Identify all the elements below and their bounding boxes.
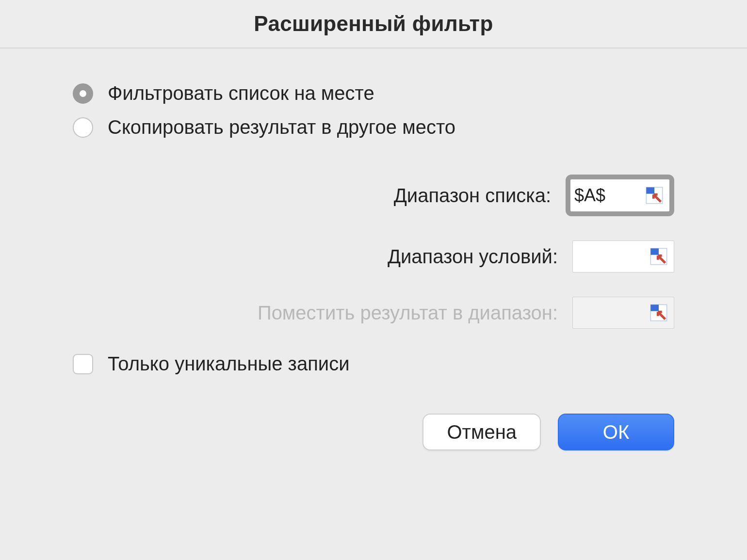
radio-filter-in-place[interactable]: Фильтровать список на месте — [73, 82, 674, 104]
field-row-list-range: Диапазон списка: $A$ — [73, 175, 674, 216]
collapse-range-icon — [645, 186, 664, 205]
svg-rect-3 — [650, 248, 659, 255]
input-copy-to-range — [572, 297, 674, 329]
ok-button[interactable]: ОК — [558, 414, 674, 450]
input-criteria-range[interactable] — [572, 240, 674, 272]
cancel-button[interactable]: Отмена — [422, 414, 541, 450]
action-radio-group: Фильтровать список на месте Скопировать … — [73, 82, 674, 138]
range-picker-button — [647, 301, 671, 325]
dialog-title: Расширенный фильтр — [254, 12, 493, 36]
svg-rect-5 — [650, 304, 659, 311]
radio-label-filter-in-place: Фильтровать список на месте — [108, 82, 374, 104]
label-list-range: Диапазон списка: — [394, 185, 551, 207]
checkbox-unique-only[interactable]: Только уникальные записи — [73, 353, 674, 375]
value-list-range: $A$ — [574, 185, 642, 206]
input-list-range[interactable]: $A$ — [566, 175, 674, 216]
checkbox-indicator — [73, 354, 93, 374]
radio-copy-to-location[interactable]: Скопировать результат в другое место — [73, 116, 674, 138]
range-picker-button[interactable] — [647, 244, 671, 269]
dialog-button-row: Отмена ОК — [73, 414, 674, 450]
label-criteria-range: Диапазон условий: — [388, 246, 558, 268]
dialog-content: Фильтровать список на месте Скопировать … — [0, 48, 747, 450]
field-row-copy-to-range: Поместить результат в диапазон: — [73, 297, 674, 329]
collapse-range-icon — [649, 247, 668, 266]
checkbox-label-unique-only: Только уникальные записи — [108, 353, 350, 375]
radio-indicator-selected — [73, 83, 93, 104]
collapse-range-icon — [649, 303, 668, 322]
radio-indicator-unselected — [73, 117, 93, 138]
dialog-titlebar: Расширенный фильтр — [0, 0, 747, 48]
label-copy-to-range: Поместить результат в диапазон: — [258, 302, 558, 324]
field-row-criteria-range: Диапазон условий: — [73, 240, 674, 272]
radio-label-copy-to-location: Скопировать результат в другое место — [108, 116, 455, 138]
range-picker-button[interactable] — [642, 183, 666, 208]
svg-rect-1 — [646, 187, 654, 193]
